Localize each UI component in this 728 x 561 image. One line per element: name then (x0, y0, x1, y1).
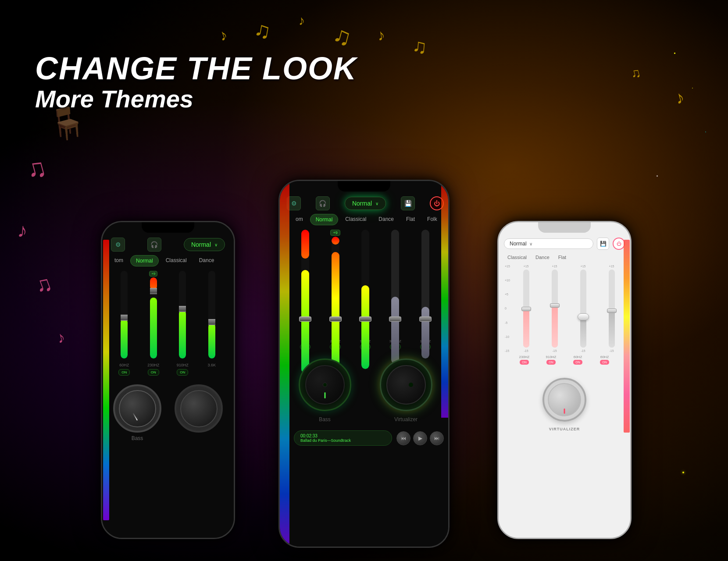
right-fill-2 (552, 305, 558, 348)
center-virt-dot (409, 383, 413, 387)
center-virt-knob-outer[interactable] (380, 359, 432, 411)
center-bass-knob-outer[interactable] (299, 359, 351, 411)
right-on-1[interactable]: ON (520, 360, 529, 365)
left-bass-knob-inner (119, 390, 156, 427)
left-on-3[interactable]: ON (177, 369, 188, 376)
center-next-btn[interactable]: ⏭ (430, 431, 444, 445)
center-dropdown-arrow: ∨ (375, 201, 378, 206)
phone-notch-left (142, 222, 194, 233)
right-on-4[interactable]: ON (600, 360, 609, 365)
right-dropdown-arrow: ∨ (529, 241, 532, 246)
right-track-1 (523, 270, 529, 348)
center-notch (338, 181, 390, 192)
star-1 (674, 53, 675, 54)
headline-line2: More Themes (35, 84, 357, 114)
star-5 (682, 472, 684, 473)
center-eq-sliders: +9 (280, 230, 450, 322)
left-dropdown-label: Normal (191, 241, 211, 248)
right-scale: +15 +10 +5 0 -5 -10 -15 (504, 265, 511, 352)
right-on-2[interactable]: ON (546, 360, 556, 365)
note-icon-5: ♪ (376, 26, 386, 44)
left-headphone-btn[interactable]: 🎧 (147, 238, 161, 252)
center-normal-dropdown[interactable]: Normal ∨ (345, 197, 386, 210)
center-thumb-3[interactable] (359, 316, 371, 322)
left-tab-normal[interactable]: Normal (130, 255, 159, 266)
left-gear-btn[interactable]: ⚙ (111, 238, 125, 252)
center-virt-label: Virtualizer (394, 416, 418, 423)
center-tab-flat[interactable]: Flat (401, 214, 420, 225)
right-normal-dropdown[interactable]: Normal ∨ (504, 238, 593, 249)
center-dropdown-label: Normal (352, 200, 372, 207)
right-knob-area: VIRTUALIZER (499, 369, 630, 440)
right-frame: Normal ∨ 💾 ⏻ Classical Dance Flat +15 +1… (497, 221, 632, 539)
right-scale-n15: -15 (505, 349, 510, 352)
center-song-time: 00:02:33 (300, 433, 385, 438)
center-frame: ⚙ 🎧 Normal ∨ 💾 ⏻ om Normal Classical Dan… (278, 180, 450, 548)
right-on-3[interactable]: ON (573, 360, 582, 365)
right-labels-row: 230HZ ON 910HZ ON 60HZ ON 60HZ ON (499, 355, 630, 365)
star-2 (692, 88, 693, 89)
center-prev-btn[interactable]: ⏮ (396, 431, 410, 445)
center-tab-classical[interactable]: Classical (340, 214, 371, 225)
center-song-row: 00:02:33 Ballad du Paris—Soundtrack ⏮ ▶ … (280, 430, 450, 446)
headline-line1: CHANGE THE LOOK (35, 53, 357, 84)
center-slider-14khz (412, 230, 439, 322)
right-scale-n10: -10 (505, 335, 510, 338)
right-save-btn[interactable]: 💾 (597, 238, 609, 250)
right-thumb-2[interactable] (550, 303, 560, 308)
right-scale-15top: +15 (505, 265, 510, 268)
left-virt-knob-inner (180, 390, 218, 427)
right-thumb-4[interactable] (607, 309, 617, 313)
center-virt-knob-inner (386, 365, 426, 405)
right-virt-indicator (564, 408, 565, 414)
left-tab-classical[interactable]: Classical (161, 255, 192, 266)
right-screen: Normal ∨ 💾 ⏻ Classical Dance Flat +15 +1… (499, 222, 630, 538)
headline-block: CHANGE THE LOOK More Themes (35, 53, 357, 114)
left-on-2[interactable]: ON (148, 369, 159, 376)
center-save-btn[interactable]: 💾 (401, 196, 415, 210)
left-label-910hz: 910HZ (177, 363, 189, 367)
right-col-scale-n15: -15 (524, 349, 528, 352)
left-normal-dropdown[interactable]: Normal ∨ (184, 238, 225, 251)
left-virt-knob-container (175, 384, 223, 441)
center-bass-knob-container: Bass (299, 359, 351, 423)
center-song-controls: ⏮ ▶ ⏭ (396, 431, 444, 445)
right-tab-dance[interactable]: Dance (532, 253, 553, 261)
left-on-1[interactable]: ON (118, 369, 130, 376)
center-bass-indicator (324, 392, 325, 398)
center-tab-folk[interactable]: Folk (422, 214, 443, 225)
phone-right: Normal ∨ 💾 ⏻ Classical Dance Flat +15 +1… (497, 221, 632, 539)
note-icon-1: ♪ (217, 25, 230, 45)
left-tab-tom[interactable]: tom (109, 255, 128, 266)
left-eq-sliders: +9 (102, 271, 234, 359)
left-knobs-area: Bass (102, 376, 234, 446)
left-label-230hz: 230HZ (147, 363, 159, 367)
right-virt-knob-outer[interactable] (542, 378, 586, 422)
left-label-36k: 3.6K (207, 363, 216, 367)
right-col-scale-1: +15 (524, 265, 529, 268)
note-icon-12: ♫ (628, 65, 642, 82)
right-fill-4 (609, 310, 615, 348)
center-play-btn[interactable]: ▶ (413, 431, 427, 445)
right-thumb-1[interactable] (521, 307, 531, 311)
center-thumb-4[interactable] (389, 316, 401, 322)
right-thumb-3-big[interactable] (578, 313, 589, 320)
phone-left: ⚙ 🎧 Normal ∨ tom Normal Classical Dance (101, 221, 235, 539)
left-bass-knob-outer[interactable] (113, 384, 161, 433)
center-tab-om[interactable]: om (290, 214, 308, 225)
right-tab-classical[interactable]: Classical (504, 253, 530, 261)
star-4 (657, 175, 658, 177)
center-thumb-2[interactable] (329, 316, 342, 322)
center-thumb-5[interactable] (419, 316, 432, 322)
center-vu-left (280, 181, 289, 548)
center-slider-910hz (352, 230, 378, 322)
left-label-60hz: 60HZ (119, 363, 129, 367)
left-virt-knob-outer[interactable] (175, 384, 223, 433)
left-tab-dance[interactable]: Dance (194, 255, 220, 266)
right-scale-10: +10 (505, 279, 510, 282)
center-tab-normal[interactable]: Normal (310, 214, 339, 225)
right-tab-flat[interactable]: Flat (555, 253, 570, 261)
center-thumb-1[interactable] (299, 316, 311, 322)
center-tab-dance[interactable]: Dance (373, 214, 399, 225)
center-headphone-btn[interactable]: 🎧 (316, 196, 330, 210)
